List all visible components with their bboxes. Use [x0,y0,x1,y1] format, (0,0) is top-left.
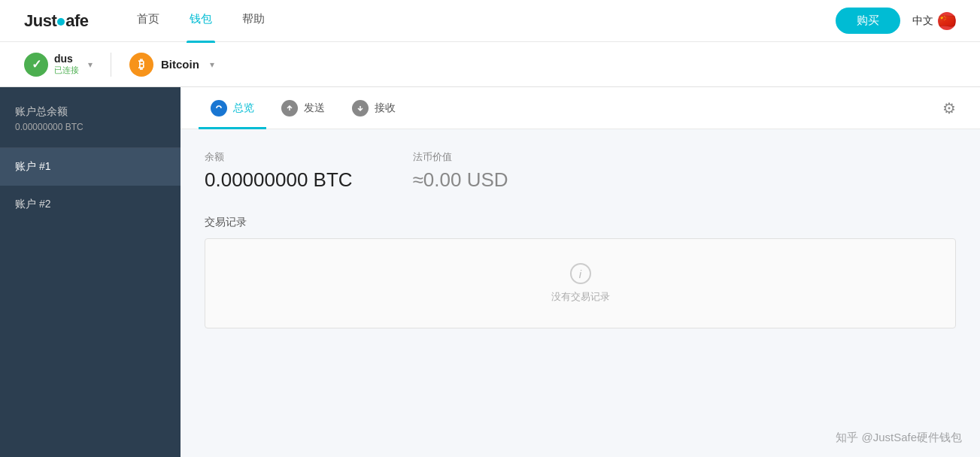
checkmark-icon: ✓ [32,57,41,71]
nav-item-help[interactable]: 帮助 [239,12,268,29]
device-selector[interactable]: ✓ dus 已连接 ▾ [24,53,111,77]
sidebar-total-amount: 0.00000000 BTC [15,122,165,132]
tab-send-label: 发送 [304,101,325,115]
tab-send[interactable]: 发送 [269,87,337,129]
sidebar: 账户总余额 0.00000000 BTC 账户 #1 账户 #2 [0,87,181,457]
tab-overview[interactable]: 总览 [199,87,266,129]
subheader: ✓ dus 已连接 ▾ ₿ Bitcoin ▾ [0,42,980,87]
coin-chevron-icon: ▾ [210,59,214,70]
content-body: 余额 0.00000000 BTC 法币价值 ≈0.00 USD 交易记录 i … [181,129,980,350]
svg-point-0 [214,104,223,113]
tab-overview-label: 总览 [233,101,254,115]
tx-empty-text: 没有交易记录 [551,290,610,304]
nav-item-home[interactable]: 首页 [134,12,162,29]
info-circle-icon: i [570,263,591,284]
tab-receive[interactable]: 接收 [340,87,408,129]
logo-dot [57,18,65,26]
balance-section: 余额 0.00000000 BTC 法币价值 ≈0.00 USD [205,150,956,192]
settings-button[interactable]: ⚙ [936,96,962,120]
receive-icon [352,100,369,117]
sidebar-total-label: 账户总余额 [15,105,165,119]
fiat-label: 法币价值 [413,150,508,164]
device-status: 已连接 [54,65,79,76]
balance-value: 0.00000000 BTC [205,168,353,192]
nav: 首页 钱包 帮助 [134,12,836,29]
flag-icon [938,12,956,30]
device-connected-icon: ✓ [24,53,48,77]
fiat-value: ≈0.00 USD [413,168,508,192]
lang-selector[interactable]: 中文 [912,12,956,30]
header-right: 购买 中文 [836,8,956,34]
balance-label: 余额 [205,150,353,164]
tab-receive-label: 接收 [375,101,396,115]
device-name: dus [54,53,79,65]
sidebar-total: 账户总余额 0.00000000 BTC [0,87,181,148]
send-icon [281,100,298,117]
logo-text: Justafe [24,11,89,31]
overview-icon [211,100,227,117]
content: 总览 发送 接收 ⚙ [181,87,980,457]
lang-label: 中文 [912,14,933,28]
coin-selector[interactable]: ₿ Bitcoin ▾ [111,53,214,77]
sidebar-account-1[interactable]: 账户 #1 [0,148,181,186]
bitcoin-icon: ₿ [129,53,153,77]
nav-item-wallet[interactable]: 钱包 [187,12,215,29]
device-chevron-icon: ▾ [88,59,93,70]
tx-section-label: 交易记录 [205,216,956,229]
coin-name: Bitcoin [161,58,199,71]
tabs: 总览 发送 接收 ⚙ [181,87,980,129]
header: Justafe 首页 钱包 帮助 购买 中文 [0,0,980,42]
balance-block: 余额 0.00000000 BTC [205,150,353,192]
tx-empty-box: i 没有交易记录 [205,238,956,328]
main-layout: 账户总余额 0.00000000 BTC 账户 #1 账户 #2 总览 [0,87,980,457]
sidebar-account-2[interactable]: 账户 #2 [0,186,181,223]
logo: Justafe [24,11,89,31]
buy-button[interactable]: 购买 [836,8,900,34]
device-info: dus 已连接 [54,53,79,76]
fiat-block: 法币价值 ≈0.00 USD [413,150,508,192]
